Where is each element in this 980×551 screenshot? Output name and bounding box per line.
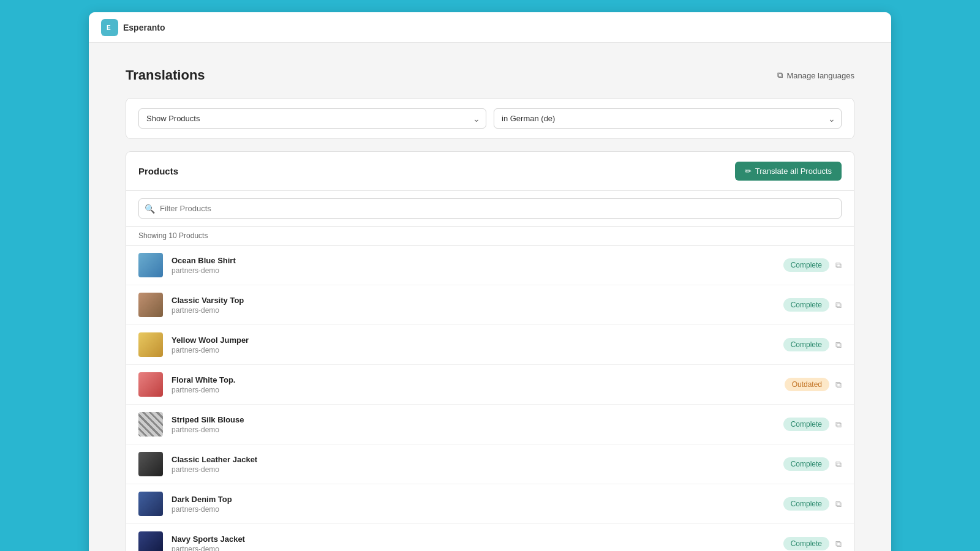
- external-link-icon[interactable]: ⧉: [835, 300, 842, 310]
- product-info: Ocean Blue Shirt partners-demo: [172, 256, 783, 275]
- product-name: Classic Leather Jacket: [172, 455, 783, 464]
- show-select-wrapper: Show Products Show Collections Show Page…: [138, 108, 486, 129]
- product-thumbnail: [138, 372, 163, 397]
- app-name: Esperanto: [123, 23, 165, 32]
- logo-icon: E: [101, 19, 118, 36]
- product-source: partners-demo: [172, 306, 783, 315]
- manage-languages-link[interactable]: ⧉ Manage languages: [777, 70, 854, 80]
- product-thumbnail: [138, 293, 163, 317]
- products-section: Products ✏ Translate all Products 🔍 Show…: [126, 151, 854, 551]
- page-header: Translations ⧉ Manage languages: [126, 67, 854, 83]
- external-link-icon[interactable]: ⧉: [835, 260, 842, 271]
- product-actions: Complete ⧉: [783, 298, 842, 312]
- manage-languages-label: Manage languages: [786, 71, 854, 80]
- product-thumbnail: [138, 531, 163, 551]
- product-thumbnail: [138, 253, 163, 277]
- product-thumbnail: [138, 412, 163, 437]
- status-badge: Complete: [783, 457, 829, 471]
- product-row[interactable]: Classic Varsity Top partners-demo Comple…: [126, 285, 854, 325]
- product-row[interactable]: Striped Silk Blouse partners-demo Comple…: [126, 405, 854, 444]
- product-actions: Complete ⧉: [783, 457, 842, 471]
- product-actions: Complete ⧉: [783, 338, 842, 351]
- product-name: Striped Silk Blouse: [172, 415, 783, 424]
- product-row[interactable]: Ocean Blue Shirt partners-demo Complete …: [126, 246, 854, 285]
- product-name: Navy Sports Jacket: [172, 534, 783, 544]
- search-icon: 🔍: [145, 204, 155, 214]
- external-link-icon[interactable]: ⧉: [835, 459, 842, 470]
- translate-all-label: Translate all Products: [755, 167, 832, 176]
- product-name: Classic Varsity Top: [172, 296, 783, 305]
- product-source: partners-demo: [172, 425, 783, 434]
- language-select[interactable]: in German (de) in French (fr) in Spanish…: [494, 108, 842, 129]
- product-source: partners-demo: [172, 266, 783, 275]
- logo: E Esperanto: [101, 19, 165, 36]
- product-info: Striped Silk Blouse partners-demo: [172, 415, 783, 434]
- product-actions: Outdated ⧉: [785, 378, 842, 391]
- product-actions: Complete ⧉: [783, 497, 842, 511]
- product-actions: Complete ⧉: [783, 258, 842, 272]
- status-badge: Complete: [783, 258, 829, 272]
- product-info: Classic Varsity Top partners-demo: [172, 296, 783, 315]
- status-badge: Complete: [783, 497, 829, 511]
- external-link-icon[interactable]: ⧉: [835, 499, 842, 509]
- section-header: Products ✏ Translate all Products: [126, 152, 854, 191]
- product-name: Ocean Blue Shirt: [172, 256, 783, 265]
- external-link-icon[interactable]: ⧉: [835, 380, 842, 390]
- product-name: Yellow Wool Jumper: [172, 335, 783, 345]
- product-actions: Complete ⧉: [783, 418, 842, 431]
- product-source: partners-demo: [172, 465, 783, 474]
- product-source: partners-demo: [172, 346, 783, 354]
- status-badge: Complete: [783, 537, 829, 550]
- product-name: Floral White Top.: [172, 375, 785, 384]
- product-info: Classic Leather Jacket partners-demo: [172, 455, 783, 474]
- svg-text:E: E: [107, 24, 111, 31]
- product-row[interactable]: Yellow Wool Jumper partners-demo Complet…: [126, 325, 854, 365]
- product-info: Dark Denim Top partners-demo: [172, 495, 783, 514]
- product-name: Dark Denim Top: [172, 495, 783, 504]
- product-actions: Complete ⧉: [783, 537, 842, 550]
- external-link-icon[interactable]: ⧉: [835, 539, 842, 549]
- status-badge: Complete: [783, 338, 829, 351]
- search-bar: 🔍: [126, 191, 854, 227]
- product-source: partners-demo: [172, 545, 783, 552]
- top-bar: E Esperanto: [89, 12, 891, 43]
- filter-input[interactable]: [138, 198, 842, 219]
- showing-count: Showing 10 Products: [126, 227, 854, 246]
- pencil-icon: ✏: [745, 167, 752, 176]
- search-input-wrapper: 🔍: [138, 198, 842, 219]
- page-title: Translations: [126, 67, 205, 83]
- product-row[interactable]: Dark Denim Top partners-demo Complete ⧉: [126, 484, 854, 524]
- status-badge: Outdated: [785, 378, 829, 391]
- product-info: Navy Sports Jacket partners-demo: [172, 534, 783, 552]
- product-info: Yellow Wool Jumper partners-demo: [172, 335, 783, 354]
- product-list: Ocean Blue Shirt partners-demo Complete …: [126, 246, 854, 551]
- language-select-wrapper: in German (de) in French (fr) in Spanish…: [494, 108, 842, 129]
- product-source: partners-demo: [172, 505, 783, 514]
- external-link-icon[interactable]: ⧉: [835, 340, 842, 350]
- product-row[interactable]: Classic Leather Jacket partners-demo Com…: [126, 444, 854, 484]
- product-thumbnail: [138, 492, 163, 516]
- show-select[interactable]: Show Products Show Collections Show Page…: [138, 108, 486, 129]
- product-thumbnail: [138, 452, 163, 476]
- app-window: E Esperanto Translations ⧉ Manage langua…: [89, 12, 891, 551]
- product-info: Floral White Top. partners-demo: [172, 375, 785, 394]
- product-source: partners-demo: [172, 386, 785, 394]
- translate-all-button[interactable]: ✏ Translate all Products: [735, 162, 842, 181]
- section-title: Products: [138, 166, 178, 176]
- product-thumbnail: [138, 332, 163, 357]
- filter-row: Show Products Show Collections Show Page…: [126, 98, 854, 139]
- main-content: Translations ⧉ Manage languages Show Pro…: [89, 43, 891, 551]
- external-link-icon[interactable]: ⧉: [835, 419, 842, 430]
- manage-link-icon: ⧉: [777, 70, 783, 80]
- status-badge: Complete: [783, 418, 829, 431]
- product-row[interactable]: Floral White Top. partners-demo Outdated…: [126, 365, 854, 405]
- product-row[interactable]: Navy Sports Jacket partners-demo Complet…: [126, 524, 854, 551]
- status-badge: Complete: [783, 298, 829, 312]
